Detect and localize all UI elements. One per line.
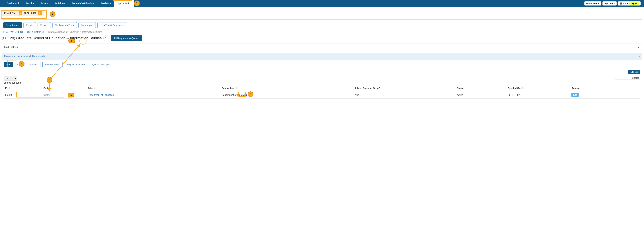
inner-tab-summer-terms[interactable]: Summer Terms bbox=[42, 62, 62, 67]
col-id[interactable]: ID ▲▼ bbox=[4, 85, 42, 91]
help-icon: ? bbox=[620, 2, 622, 4]
units-table: ID ▲▼ Code ▲▼ Title ▲▼ Description bbox=[4, 85, 640, 99]
admin-subtabs: Departments People Reports Notifications… bbox=[0, 21, 644, 29]
top-nav-right: Notifications Sys. Stats ? Status Legend bbox=[584, 1, 641, 5]
nav-app-admin[interactable]: App Admin bbox=[114, 0, 134, 7]
unit-details-title: Unit Details bbox=[4, 46, 18, 49]
hierarchy-icon bbox=[105, 37, 108, 40]
search-control: Search: bbox=[615, 76, 640, 84]
inner-tab-staff[interactable]: Staff bbox=[14, 62, 24, 67]
table-row: 86080 D0070 Department of Education Depa… bbox=[4, 91, 640, 99]
subtab-notifications[interactable]: Notifications/Email bbox=[52, 22, 77, 28]
search-label: Search: bbox=[615, 76, 640, 79]
divisions-body: Unit Staff Threshold Summer Terms Reques… bbox=[2, 60, 642, 101]
subtab-help-text[interactable]: Help Text & Definitions bbox=[98, 22, 126, 28]
col-created[interactable]: Created On ▲▼ bbox=[506, 85, 570, 91]
status-button[interactable]: ? Status Legend bbox=[618, 1, 641, 5]
nav-faculty[interactable]: Faculty bbox=[22, 0, 37, 7]
cell-actions: Edit bbox=[570, 91, 640, 99]
search-input[interactable] bbox=[615, 80, 640, 84]
cell-code-link[interactable]: D0070 bbox=[44, 94, 50, 96]
col-description[interactable]: Description ▲▼ bbox=[220, 85, 354, 91]
divisions-title: Divisions, Personnel & Thresholds bbox=[4, 55, 45, 58]
svg-rect-0 bbox=[105, 37, 106, 37]
divisions-header[interactable]: Divisions, Personnel & Thresholds bbox=[2, 53, 642, 60]
nav-analytics[interactable]: Analytics bbox=[97, 0, 114, 7]
edit-button[interactable]: Edit bbox=[572, 93, 578, 97]
col-inherit[interactable]: Inherit Summer Term? ▲▼ bbox=[354, 85, 456, 91]
nav-activities[interactable]: Activities bbox=[51, 0, 68, 7]
subtab-reports[interactable]: Reports bbox=[38, 22, 51, 28]
entries-select[interactable]: 25 bbox=[4, 76, 17, 81]
cell-id: 86080 bbox=[4, 91, 42, 99]
cell-description: Department of Education bbox=[220, 91, 354, 99]
svg-rect-2 bbox=[106, 39, 107, 39]
add-unit-button[interactable]: Add Unit bbox=[628, 70, 640, 74]
hierarchy-icon-button[interactable] bbox=[104, 35, 110, 41]
all-requests-queue-button[interactable]: All Requests In Queue bbox=[111, 35, 142, 41]
entries-per-page: 25 entries per page bbox=[4, 76, 21, 84]
col-status[interactable]: Status ▲▼ bbox=[456, 85, 506, 91]
entries-label: entries per page bbox=[4, 81, 21, 84]
breadcrumb-sep: / bbox=[46, 31, 46, 33]
chevron-down-icon bbox=[638, 46, 640, 48]
cell-title-link[interactable]: Department of Education bbox=[88, 94, 114, 96]
breadcrumb-campus[interactable]: UCLA CAMPUS bbox=[27, 31, 44, 33]
subtab-departments[interactable]: Departments bbox=[3, 22, 22, 28]
unit-details-header[interactable]: Unit Details bbox=[2, 44, 642, 51]
breadcrumb: DEPARTMENT LIST / UCLA CAMPUS / Graduate… bbox=[0, 29, 644, 34]
status-label: Status bbox=[623, 2, 630, 5]
col-title[interactable]: Title ▲▼ bbox=[86, 85, 220, 91]
add-unit-row: Add Unit bbox=[4, 70, 640, 74]
nav-annual-certification[interactable]: Annual Certification bbox=[68, 0, 97, 7]
inner-tab-request-queue[interactable]: Request in Queue bbox=[64, 62, 87, 67]
chevron-up-icon bbox=[638, 55, 640, 57]
unit-details-panel: Unit Details bbox=[2, 43, 642, 51]
cell-created: 2019-07-02 bbox=[506, 91, 570, 99]
annotation-badge-2: 2 bbox=[50, 11, 56, 17]
breadcrumb-sep: / bbox=[25, 31, 26, 33]
cell-inherit: Yes bbox=[354, 91, 456, 99]
fiscal-year-prev-button[interactable]: < bbox=[18, 11, 22, 15]
top-nav: Dashboard Faculty Forms Activities Annua… bbox=[0, 0, 644, 7]
subtab-people[interactable]: People bbox=[24, 22, 36, 28]
fiscal-year-label: Fiscal Year: bbox=[4, 12, 17, 14]
sysstats-button[interactable]: Sys. Stats bbox=[602, 1, 616, 5]
col-actions: Actions bbox=[570, 85, 640, 91]
breadcrumb-current: Graduate School of Education & Informati… bbox=[48, 31, 102, 33]
fiscal-year-value: 2024 - 2025 bbox=[24, 12, 36, 14]
nav-dashboard[interactable]: Dashboard bbox=[3, 0, 22, 7]
svg-rect-1 bbox=[106, 38, 106, 38]
subtab-data-import[interactable]: Data Import bbox=[78, 22, 96, 28]
inner-tabs: Unit Staff Threshold Summer Terms Reques… bbox=[4, 62, 640, 67]
inner-tab-unit[interactable]: Unit bbox=[4, 62, 13, 67]
notifications-button[interactable]: Notifications bbox=[584, 1, 601, 5]
col-code[interactable]: Code ▲▼ bbox=[42, 85, 87, 91]
cell-status: active bbox=[456, 91, 506, 99]
page-title-row: (O1120) Graduate School of Education & I… bbox=[0, 34, 644, 43]
page-title: (O1120) Graduate School of Education & I… bbox=[2, 36, 102, 40]
fiscal-year-bar: Fiscal Year: < 2024 - 2025 > bbox=[2, 10, 44, 16]
legend-tag: Legend bbox=[630, 2, 639, 5]
table-controls: 25 entries per page Search: bbox=[4, 76, 640, 84]
top-nav-left: Dashboard Faculty Forms Activities Annua… bbox=[3, 0, 134, 7]
nav-forms[interactable]: Forms bbox=[37, 0, 51, 7]
inner-tab-threshold[interactable]: Threshold bbox=[26, 62, 41, 67]
fiscal-year-next-button[interactable]: > bbox=[38, 11, 42, 15]
divisions-panel: Divisions, Personnel & Thresholds Unit S… bbox=[2, 53, 642, 101]
inner-tab-system-messages[interactable]: System Messages bbox=[89, 62, 112, 67]
breadcrumb-dept-list[interactable]: DEPARTMENT LIST bbox=[2, 31, 23, 33]
